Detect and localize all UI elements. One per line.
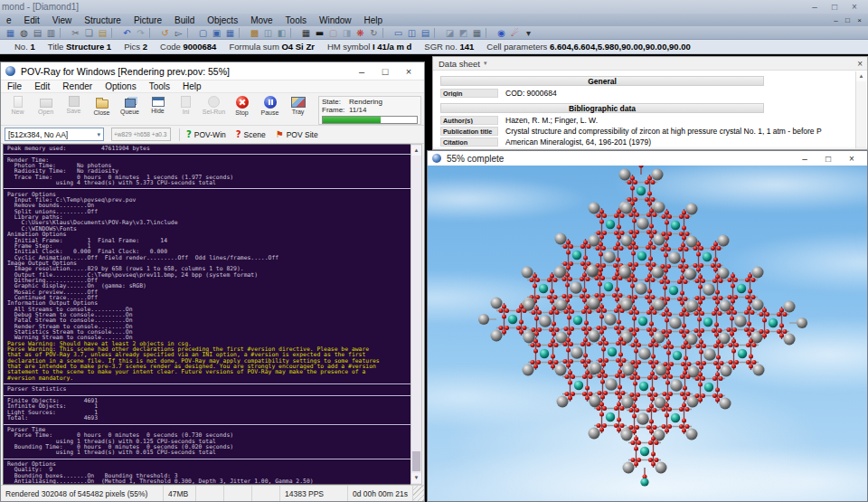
scroll-up-icon[interactable]: ▲: [856, 71, 866, 81]
pointer-icon[interactable]: ▻: [172, 28, 185, 38]
render-message-console[interactable]: Peak memory used: 47611904 bytesRender T…: [3, 144, 412, 485]
layout-1-icon[interactable]: ▭: [392, 28, 405, 38]
window-control-button[interactable]: ×: [840, 154, 863, 164]
pov-win-help-button[interactable]: ? POV-Win: [186, 129, 226, 139]
menu-item[interactable]: Objects: [201, 15, 244, 25]
queue-button[interactable]: Queue: [116, 94, 144, 124]
window-control-button[interactable]: □: [825, 2, 844, 12]
separator[interactable]: [239, 28, 245, 38]
menu-item[interactable]: Window: [313, 15, 358, 25]
copy-icon[interactable]: ❏: [82, 28, 96, 38]
section-header-label: Bibliographic data: [569, 104, 636, 113]
atom-pick-icon[interactable]: ☄: [508, 28, 522, 38]
window-control-button[interactable]: –: [350, 66, 373, 77]
tile-icon[interactable]: ◫: [261, 28, 275, 38]
cascade-icon[interactable]: ◧: [275, 28, 288, 38]
window-control-button[interactable]: □: [373, 66, 397, 77]
undo-icon[interactable]: ↶: [120, 28, 134, 38]
menu-item[interactable]: Render: [56, 81, 99, 91]
paste-icon[interactable]: ▤: [96, 28, 109, 38]
picture-b-icon[interactable]: ◩: [457, 28, 470, 38]
layout-3-icon[interactable]: ▤: [419, 28, 432, 38]
render-image-icon[interactable]: ▬: [313, 28, 326, 38]
add-picture-icon[interactable]: ▢: [326, 28, 340, 38]
dropdown-icon[interactable]: ▾: [522, 28, 535, 38]
menu-item[interactable]: File: [1, 81, 28, 91]
cut-icon[interactable]: ✂: [69, 28, 82, 38]
menu-item[interactable]: Edit: [18, 15, 46, 25]
scene-help-button[interactable]: ? Scene: [236, 129, 266, 139]
window-control-button[interactable]: –: [805, 2, 825, 12]
menu-item[interactable]: Picture: [127, 15, 168, 25]
separator[interactable]: [290, 28, 297, 38]
ini-button[interactable]: Ini: [172, 94, 200, 124]
picture-a-icon[interactable]: ◪: [443, 28, 457, 38]
save-icon[interactable]: ▦: [4, 28, 17, 38]
rotate-icon[interactable]: ↻: [367, 28, 381, 38]
menu-item[interactable]: e: [0, 15, 18, 25]
sel-run-button[interactable]: Sel-Run: [200, 94, 228, 124]
print-icon[interactable]: ▥: [44, 28, 58, 38]
menu-item[interactable]: View: [46, 15, 79, 25]
overlay-icon[interactable]: ◨: [340, 28, 354, 38]
pov-site-button[interactable]: ⚑ POV Site: [276, 129, 318, 139]
menu-item[interactable]: Help: [358, 15, 390, 25]
povray-launch-icon[interactable]: ◉: [495, 28, 508, 38]
separator[interactable]: [187, 28, 193, 38]
menu-item[interactable]: Move: [244, 15, 278, 25]
preview-titlebar[interactable]: 55% complete –□×: [428, 151, 867, 166]
separator[interactable]: [486, 28, 492, 38]
save-button[interactable]: Save: [60, 94, 88, 124]
menu-item[interactable]: Options: [99, 81, 142, 91]
separator[interactable]: [382, 28, 389, 38]
data-table-icon[interactable]: ▦: [470, 28, 484, 38]
mdi-control-button[interactable]: –: [830, 16, 842, 24]
mdi-control-button[interactable]: □: [842, 16, 854, 24]
build-icon[interactable]: ▩: [248, 28, 261, 38]
separator[interactable]: [111, 28, 118, 38]
new-structure-picture-icon[interactable]: ▢: [196, 28, 210, 38]
separator[interactable]: [434, 28, 440, 38]
window-control-button[interactable]: ×: [397, 66, 420, 77]
menu-item[interactable]: Edit: [28, 81, 56, 91]
datasheet-scrollbar[interactable]: ▲: [855, 71, 866, 148]
mdi-control-button[interactable]: ×: [854, 16, 865, 24]
stop-button[interactable]: Stop: [228, 94, 256, 124]
tray-button[interactable]: Tray: [284, 94, 312, 124]
separator[interactable]: [149, 28, 156, 38]
resize-grip[interactable]: [413, 486, 424, 501]
table-icon[interactable]: ▦: [223, 28, 237, 38]
resolution-preset-select[interactable]: [512x384, No AA] ▾: [5, 128, 104, 141]
grid-icon[interactable]: ▦: [299, 28, 313, 38]
scroll-up-icon[interactable]: ▲: [411, 146, 421, 156]
hide-button[interactable]: Hide: [144, 94, 172, 124]
open-button[interactable]: Open: [32, 94, 60, 124]
menu-item[interactable]: Help: [176, 81, 208, 91]
video-icon[interactable]: ▣: [210, 28, 223, 38]
menu-item[interactable]: Tools: [143, 81, 176, 91]
pause-button[interactable]: Pause: [256, 94, 284, 124]
chevron-down-icon[interactable]: ▾: [484, 60, 487, 67]
layout-2-icon[interactable]: ◫: [405, 28, 419, 38]
redo-icon[interactable]: ↷: [134, 28, 147, 38]
separator[interactable]: [60, 28, 66, 38]
new-button[interactable]: New: [4, 94, 32, 124]
menu-item[interactable]: Build: [168, 15, 201, 25]
history-icon[interactable]: ↺: [158, 28, 172, 38]
find-icon[interactable]: ◍: [17, 28, 31, 38]
povray-titlebar[interactable]: POV-Ray for Windows [Rendering prev.pov:…: [1, 62, 424, 81]
window-control-button[interactable]: ×: [844, 2, 864, 12]
datasheet-header[interactable]: Data sheet ▾ ×: [433, 57, 867, 71]
print-preview-icon[interactable]: ▤: [31, 28, 44, 38]
window-control-button[interactable]: □: [816, 154, 840, 164]
palette-icon[interactable]: ❋: [354, 28, 367, 38]
console-scrollbar[interactable]: ▲ ▼: [410, 144, 422, 485]
menu-item[interactable]: Tools: [279, 15, 313, 25]
close-icon[interactable]: ×: [857, 59, 863, 69]
menu-item[interactable]: Structure: [78, 15, 127, 25]
scrollbar-thumb[interactable]: [412, 451, 420, 471]
close-button[interactable]: Close: [88, 94, 116, 124]
scroll-down-icon[interactable]: ▼: [411, 473, 421, 483]
window-control-button[interactable]: –: [793, 154, 816, 164]
command-line-input[interactable]: +w829 +h658 +a0.3: [111, 128, 171, 141]
